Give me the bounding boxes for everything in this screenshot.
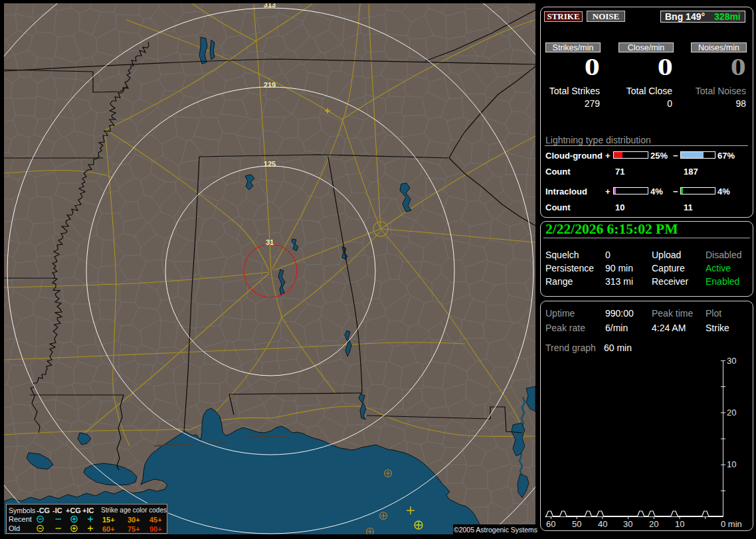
svg-text:125: 125: [264, 160, 276, 168]
svg-text:40: 40: [598, 519, 607, 529]
svg-text:30: 30: [727, 356, 736, 366]
svg-text:219: 219: [264, 81, 276, 89]
svg-text:313: 313: [264, 3, 276, 9]
svg-text:10: 10: [727, 459, 736, 469]
svg-text:20: 20: [649, 519, 658, 529]
svg-text:0 min: 0 min: [721, 519, 742, 529]
svg-text:60: 60: [546, 519, 555, 529]
svg-text:30: 30: [623, 519, 632, 529]
svg-text:20: 20: [727, 408, 736, 418]
svg-text:10: 10: [675, 519, 684, 529]
svg-text:50: 50: [572, 519, 581, 529]
svg-text:31: 31: [266, 238, 274, 246]
